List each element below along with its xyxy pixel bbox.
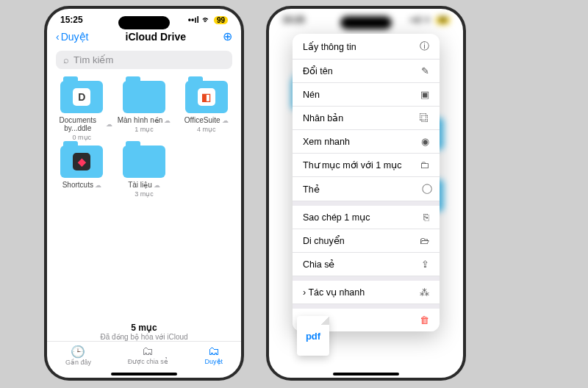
menu-label: Lấy thông tin: [303, 41, 356, 52]
folder-item[interactable]: ◆ Shortcuts☁︎: [51, 146, 112, 198]
folder-name: Màn hình nền: [118, 116, 163, 124]
menu-label: Thư mục mới với 1 mục: [303, 159, 401, 170]
menu-icon: ✎: [421, 65, 429, 76]
menu-icon: 🗑: [420, 315, 429, 326]
menu-item[interactable]: Đổi tên✎: [293, 60, 440, 83]
wifi-icon: ᯤ: [202, 15, 211, 25]
footer-sync: Đã đồng bộ hóa với iCloud: [47, 333, 241, 341]
tab-Gần đây[interactable]: 🕒Gần đây: [65, 345, 91, 366]
folder-item[interactable]: Tài liệu☁︎ 3 mục: [114, 146, 175, 198]
folder-icon: ◧: [185, 81, 228, 113]
menu-icon: ⓘ: [420, 40, 429, 53]
pdf-preview-icon[interactable]: pdf: [297, 316, 329, 356]
menu-icon: ◉: [421, 136, 429, 147]
footer-status: 5 mục Đã đồng bộ hóa với iCloud: [47, 323, 241, 341]
tab-Được chia sẻ[interactable]: 🗂Được chia sẻ: [128, 345, 168, 366]
menu-label: Sao chép 1 mục: [303, 212, 370, 223]
tab-label: Được chia sẻ: [128, 358, 168, 365]
menu-item[interactable]: Thư mục mới với 1 mục🗀: [293, 154, 440, 177]
more-button[interactable]: ⊕: [223, 29, 232, 43]
home-indicator: [111, 373, 177, 376]
menu-label: Nhân bản: [303, 112, 343, 123]
tab-icon: 🕒: [65, 345, 91, 359]
folder-grid: D Documents by...ddle☁︎ 0 mục Màn hình n…: [47, 73, 241, 205]
footer-count: 5 mục: [47, 323, 241, 333]
tab-label: Duyệt: [205, 358, 223, 365]
menu-icon: 🗁: [420, 235, 429, 246]
folder-item[interactable]: ◧ OfficeSuite☁︎ 4 mục: [176, 81, 237, 141]
menu-label: Chia sẻ: [303, 259, 334, 270]
folder-icon: [123, 146, 165, 178]
cloud-icon: ☁︎: [95, 182, 101, 189]
menu-item[interactable]: Di chuyển🗁: [293, 229, 440, 253]
folder-item[interactable]: D Documents by...ddle☁︎ 0 mục: [51, 81, 112, 141]
tab-bar: 🕒Gần đây🗂Được chia sẻ🗂Duyệt: [47, 341, 241, 373]
tab-label: Gần đây: [65, 359, 91, 366]
item-count: 0 mục: [51, 134, 112, 141]
menu-item[interactable]: › Tác vụ nhanh⁂: [293, 276, 440, 304]
menu-item[interactable]: Thẻ⃝: [293, 177, 440, 201]
menu-item[interactable]: Chia sẻ⇪: [293, 253, 440, 276]
menu-icon: ⁂: [420, 287, 429, 298]
nav-bar: ‹ Duyệt iCloud Drive ⊕: [47, 26, 241, 46]
menu-label: Nén: [303, 90, 320, 100]
menu-icon: 🗀: [420, 159, 429, 170]
back-label: Duyệt: [61, 31, 89, 43]
home-indicator: [333, 373, 399, 376]
menu-item[interactable]: Nhân bản⿻: [293, 107, 440, 130]
menu-label: Đổi tên: [303, 65, 333, 76]
cloud-icon: ☁︎: [154, 182, 160, 189]
dynamic-island: [118, 16, 170, 29]
menu-icon: ⎘: [423, 212, 429, 223]
back-button[interactable]: ‹ Duyệt: [56, 31, 88, 43]
tab-icon: 🗂: [205, 345, 223, 358]
cloud-icon: ☁︎: [222, 117, 229, 124]
menu-item[interactable]: Lấy thông tinⓘ: [293, 34, 440, 60]
cloud-icon: ☁︎: [106, 121, 112, 128]
page-title: iCloud Drive: [126, 31, 186, 43]
menu-icon: ⿻: [420, 112, 429, 123]
cloud-icon: ☁︎: [164, 117, 171, 124]
menu-label: Di chuyển: [303, 235, 345, 246]
search-icon: ⌕: [63, 54, 69, 65]
folder-icon: [123, 81, 165, 113]
folder-item[interactable]: Màn hình nền☁︎ 1 mục: [114, 81, 175, 141]
menu-icon: ▣: [420, 89, 429, 100]
tab-Duyệt[interactable]: 🗂Duyệt: [205, 345, 223, 366]
battery-icon: 99: [214, 16, 228, 24]
menu-label: Thẻ: [303, 184, 320, 195]
menu-item[interactable]: Nén▣: [293, 83, 440, 107]
folder-name: Documents by...ddle: [51, 116, 104, 132]
search-placeholder: Tìm kiếm: [74, 54, 113, 65]
folder-name: Shortcuts: [62, 181, 93, 189]
phone-right: 15:25 ••ıl ᯤ 99 Lấy thông tinⓘĐổi tên✎Né…: [266, 6, 466, 381]
menu-item[interactable]: Xem nhanh◉: [293, 130, 440, 154]
item-count: 1 mục: [114, 126, 175, 133]
status-time: 15:25: [60, 15, 83, 25]
item-count: 4 mục: [176, 126, 237, 133]
tab-icon: 🗂: [128, 345, 168, 358]
menu-label: › Tác vụ nhanh: [303, 287, 365, 298]
signal-icon: ••ıl: [188, 15, 199, 25]
search-input[interactable]: ⌕ Tìm kiếm: [56, 51, 232, 69]
folder-icon: D: [60, 81, 103, 113]
pdf-label: pdf: [306, 331, 320, 342]
menu-icon: ⇪: [421, 259, 429, 270]
chevron-left-icon: ‹: [56, 31, 60, 43]
item-count: 3 mục: [114, 190, 175, 198]
folder-icon: ◆: [60, 146, 103, 178]
menu-label: Xem nhanh: [303, 137, 350, 147]
folder-name: OfficeSuite: [184, 116, 220, 124]
phone-left: 15:25 ••ıl ᯤ 99 ‹ Duyệt iCloud Drive ⊕ ⌕…: [44, 6, 244, 381]
folder-name: Tài liệu: [128, 181, 152, 189]
context-menu: Lấy thông tinⓘĐổi tên✎Nén▣Nhân bản⿻Xem n…: [293, 34, 440, 331]
menu-item[interactable]: Sao chép 1 mục⎘: [293, 201, 440, 229]
